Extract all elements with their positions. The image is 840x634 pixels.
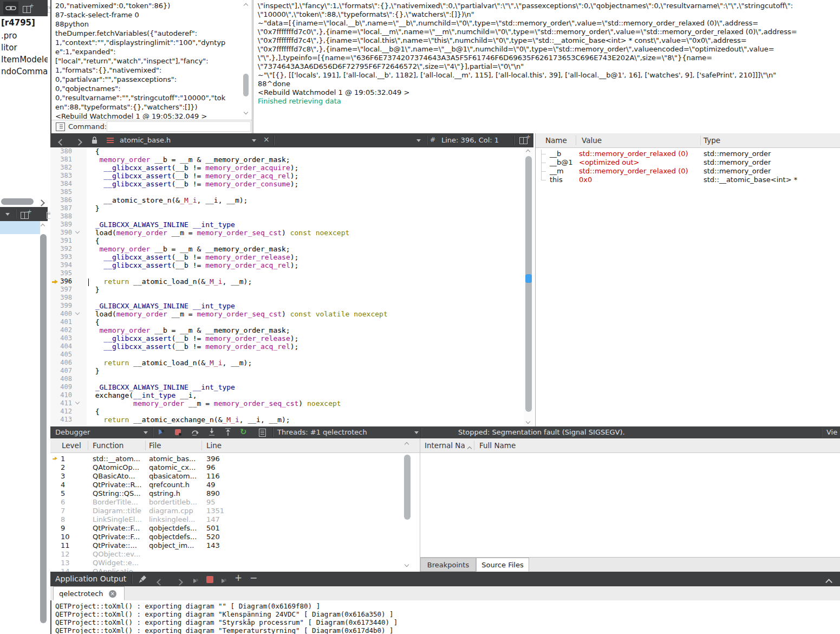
gutter-line[interactable]: 396	[50, 277, 87, 286]
watch-row[interactable]: this0x0std::__atomic_base<int> *	[536, 176, 840, 184]
gutter-line[interactable]: 400	[50, 310, 87, 318]
stack-frame-row[interactable]: 9QtPrivate::F...qobjectdefs...501	[50, 524, 407, 533]
views-list-icon[interactable]	[259, 429, 269, 437]
tab-source-files[interactable]: Source Files	[476, 558, 529, 572]
file-dropdown-icon[interactable]	[252, 139, 256, 142]
views-menu-label-clipped[interactable]: Vie	[826, 428, 837, 436]
gutter-line[interactable]: 386	[50, 196, 87, 204]
bookmark-hash-icon[interactable]: #	[430, 136, 435, 144]
stop-application-icon[interactable]	[206, 575, 213, 585]
left-vscrollbar-thumb[interactable]	[40, 234, 47, 623]
debugger-perspective-label[interactable]: Debugger	[55, 428, 90, 436]
gutter-line[interactable]: 404	[50, 342, 87, 351]
forward-icon[interactable]	[76, 138, 81, 146]
app-output-console[interactable]: QETProject::toXml() : exporting diagram …	[50, 600, 840, 634]
stack-frame-row[interactable]: 4QtPrivate::R...qrefcount.h49	[50, 481, 407, 489]
editor-gutter[interactable]: 3803813823833843853863873883893903913923…	[50, 147, 87, 426]
gutter-line[interactable]: 408	[50, 375, 87, 383]
next-item-icon[interactable]	[177, 577, 182, 587]
symbol-dropdown-icon[interactable]	[416, 139, 421, 142]
stack-col-level[interactable]: Level	[62, 441, 81, 450]
watch-col-value[interactable]: Value	[582, 136, 602, 145]
command-input[interactable]	[107, 121, 251, 132]
clear-output-icon[interactable]	[138, 574, 147, 586]
left-hscrollbar-thumb[interactable]	[1, 198, 34, 205]
gutter-line[interactable]: 391	[50, 237, 87, 245]
locals-watch-pane[interactable]: Name Value Type __bstd::memory_order_rel…	[535, 133, 840, 426]
gutter-line[interactable]: 406	[50, 359, 87, 367]
gutter-line[interactable]: 411	[50, 399, 87, 407]
fold-marker-icon[interactable]	[75, 229, 80, 234]
continue-icon[interactable]	[158, 428, 167, 437]
gutter-line[interactable]: 384	[50, 180, 87, 188]
gutter-line[interactable]: 402	[50, 326, 87, 334]
project-tree-item[interactable]: ItemModeler	[1, 54, 48, 66]
stack-frame-row[interactable]: 2QAtomicOp...qatomic_cx...96	[50, 463, 407, 472]
editor-code-area[interactable]: { memory_order __b = __m & __memory_orde…	[87, 147, 524, 426]
tab-qelectrotech[interactable]: qelectrotech ×	[53, 586, 125, 600]
close-tab-icon[interactable]: ×	[109, 590, 116, 598]
source-files-pane[interactable]: Internal Na Full Name Breakpoints Source…	[420, 438, 840, 572]
stack-frame-row[interactable]: 7Diagram::titlediagram.cpp1351	[50, 507, 407, 515]
gutter-line[interactable]: 380	[50, 147, 87, 156]
log-scroll-down-icon[interactable]	[244, 109, 248, 115]
gutter-line[interactable]: 385	[50, 188, 87, 196]
step-out-icon[interactable]	[224, 428, 233, 437]
zoom-in-icon[interactable]: +	[235, 572, 242, 583]
stack-frame-row[interactable]: 1std::__atom...atomic_bas...396	[50, 455, 407, 463]
debugger-dropdown-icon[interactable]	[144, 431, 148, 434]
gutter-line[interactable]: 392	[50, 245, 87, 253]
close-document-icon[interactable]: ×	[263, 135, 270, 144]
gutter-line[interactable]: 407	[50, 367, 87, 375]
log-vscrollbar-thumb[interactable]	[243, 74, 249, 96]
watch-col-name[interactable]: Name	[545, 136, 567, 145]
watch-row[interactable]: __bstd::memory_order_relaxed (0)std::mem…	[536, 150, 840, 158]
gutter-line[interactable]: 382	[50, 164, 87, 172]
gutter-line[interactable]: 393	[50, 253, 87, 261]
stack-frame-row[interactable]: 13QWidget::e...	[50, 559, 407, 567]
collapse-output-icon[interactable]	[826, 577, 831, 587]
gutter-line[interactable]: 387	[50, 204, 87, 212]
watch-row[interactable]: __mstd::memory_order_relaxed (0)std::mem…	[536, 167, 840, 176]
link-icon[interactable]	[3, 2, 18, 15]
stack-frame-row[interactable]: 5QString::QS...qstring.h890	[50, 489, 407, 498]
project-tree-item[interactable]: litor	[1, 42, 48, 54]
editor-scrollbar-thumb[interactable]	[525, 156, 532, 412]
sort-asc-icon[interactable]	[468, 443, 471, 452]
panel-dropdown-icon[interactable]	[5, 213, 10, 216]
editor-split-icon[interactable]	[519, 137, 528, 144]
fold-marker-icon[interactable]	[75, 400, 80, 404]
back-icon[interactable]	[59, 138, 64, 146]
stack-frame-row[interactable]: 6BorderTitle...bordertitleb...95	[50, 498, 407, 507]
col-internal-name[interactable]: Internal Na	[425, 441, 468, 450]
fold-marker-icon[interactable]	[75, 310, 80, 315]
split-panel-icon[interactable]	[21, 212, 29, 219]
split-view-icon[interactable]	[23, 6, 31, 13]
debugger-log-input-pane[interactable]: 20,"nativemixed":0,"token":86})87-stack-…	[50, 0, 252, 133]
left-hscroll-right-icon[interactable]	[39, 197, 44, 208]
gutter-line[interactable]: 388	[50, 212, 87, 221]
project-tree-item[interactable]: ndoCommand	[1, 66, 48, 77]
gdb-output-pane[interactable]: \"inspect\"],\"fancy\":1,\"formats\":{},…	[253, 0, 840, 133]
gutter-line[interactable]: 398	[50, 294, 87, 302]
restart-icon[interactable]: ↻	[240, 427, 250, 436]
gutter-line[interactable]: 401	[50, 318, 87, 326]
rerun-icon[interactable]	[193, 575, 198, 585]
stack-frame-row[interactable]: 12QObject::ev...	[50, 550, 407, 559]
gutter-line[interactable]: 410	[50, 391, 87, 399]
stack-scrollbar-thumb[interactable]	[404, 455, 411, 520]
gutter-line[interactable]: 389	[50, 221, 87, 229]
gutter-line[interactable]: 405	[50, 351, 87, 359]
stack-frame-row[interactable]: 11QtPrivate::...qobject_im...143	[50, 541, 407, 550]
stack-col-function[interactable]: Function	[93, 441, 123, 450]
stack-frame-row[interactable]: 14QApplicatio...	[50, 567, 407, 572]
step-into-icon[interactable]	[207, 428, 217, 437]
interrupt-icon[interactable]	[174, 428, 184, 437]
project-tree-clipped[interactable]: .prolitorItemModelerndoCommand	[1, 30, 48, 77]
project-tree-item[interactable]: .pro	[1, 30, 48, 42]
zoom-out-icon[interactable]: −	[250, 572, 257, 583]
gutter-line[interactable]: 381	[50, 156, 87, 164]
open-file-name[interactable]: atomic_base.h	[120, 136, 171, 144]
gutter-line[interactable]: 399	[50, 302, 87, 310]
stack-frame-row[interactable]: 8LinkSingleEl...linksingleel...147	[50, 515, 407, 524]
